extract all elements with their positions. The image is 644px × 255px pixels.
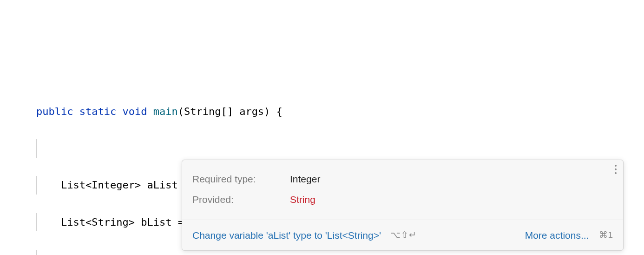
provided-value: String (290, 191, 315, 208)
provided-type-row: Provided: String (192, 191, 613, 208)
keyword-public: public (36, 106, 73, 117)
error-tooltip: Required type: Integer Provided: String … (182, 160, 624, 251)
more-options-icon[interactable] (615, 165, 617, 174)
more-actions-shortcut: ⌘1 (599, 227, 613, 243)
code-line: public static void main(String[] args) { (0, 102, 644, 121)
required-type-row: Required type: Integer (192, 170, 613, 188)
code-text: List<Integer> aList = (36, 179, 196, 191)
keyword-static: static (79, 106, 116, 117)
required-label: Required type: (192, 170, 290, 188)
code-text: List<String> bList = (36, 216, 190, 228)
quickfix-link[interactable]: Change variable 'aList' type to 'List<St… (192, 227, 381, 244)
more-actions-link[interactable]: More actions... (525, 227, 589, 244)
method-params: (String[] args) { (178, 106, 283, 117)
method-name: main (153, 106, 178, 117)
required-value: Integer (290, 170, 320, 188)
blank-line (0, 139, 644, 158)
provided-label: Provided: (192, 191, 290, 208)
quickfix-shortcut: ⌥⇧↵ (390, 227, 417, 243)
keyword-void: void (122, 106, 147, 117)
